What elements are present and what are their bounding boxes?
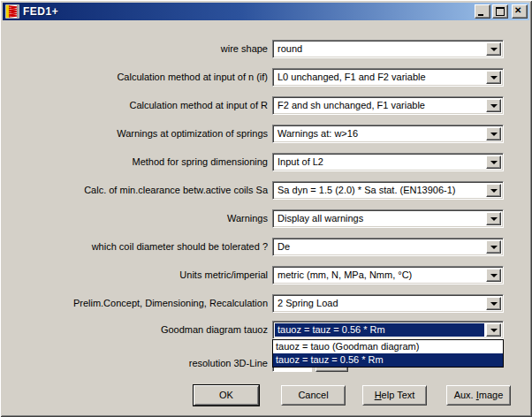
- warnings-combobox[interactable]: Display all warnings: [272, 209, 504, 228]
- spring-dimensioning-combobox[interactable]: Input of L2: [272, 153, 504, 171]
- calc-method-r-combobox[interactable]: F2 and sh unchanged, F1 variable: [272, 96, 504, 115]
- fed1-settings-dialog: FED1+ ✕ wire shape round Calculation met…: [0, 0, 532, 417]
- coil-diameter-combobox[interactable]: De: [272, 238, 504, 256]
- field-label: Warnings at optimization of springs: [18, 125, 268, 143]
- combobox-value: De: [275, 240, 484, 254]
- chevron-down-icon[interactable]: [486, 323, 501, 337]
- prelim-concept-combobox[interactable]: 2 Spring Load: [272, 294, 504, 313]
- chevron-down-icon[interactable]: [486, 42, 501, 56]
- field-label: Warnings: [18, 209, 268, 228]
- button-label: Cancel: [298, 390, 328, 400]
- chevron-down-icon[interactable]: [486, 99, 501, 112]
- combobox-value: Display all warnings: [275, 212, 484, 225]
- warnings-optimization-combobox[interactable]: Warnings at: w>16: [272, 125, 504, 143]
- titlebar[interactable]: FED1+ ✕: [3, 3, 529, 20]
- combobox-value: Input of L2: [275, 155, 484, 169]
- combobox-value: Warnings at: w>16: [275, 127, 484, 140]
- combobox-value: 2 Spring Load: [275, 297, 484, 310]
- field-label: Calculation method at input of n (if): [18, 68, 268, 87]
- dropdown-option[interactable]: tauoz = tauo (Goodman diagram): [273, 340, 503, 353]
- chevron-down-icon[interactable]: [486, 212, 501, 225]
- button-label: elp Text: [382, 390, 415, 400]
- chevron-down-icon[interactable]: [486, 184, 501, 197]
- field-label: Calculation method at input of R: [18, 96, 268, 115]
- chevron-down-icon[interactable]: [486, 240, 501, 254]
- field-label: Method for spring dimensioning: [18, 153, 268, 171]
- minimize-button[interactable]: [475, 4, 490, 19]
- chevron-down-icon[interactable]: [486, 269, 501, 282]
- maximize-button[interactable]: [492, 4, 508, 19]
- minimize-icon: [478, 14, 483, 16]
- field-label: Prelim.Concept, Dimensioning, Recalculat…: [18, 294, 268, 313]
- chevron-down-icon[interactable]: [486, 155, 501, 169]
- combobox-value: Sa dyn = 1.5 (2.0) * Sa stat. (EN13906-1…: [275, 184, 484, 197]
- button-label: Aux.: [454, 390, 476, 400]
- field-label: Units metric/imperial: [18, 266, 268, 284]
- cancel-button[interactable]: Cancel: [281, 385, 346, 406]
- min-clearance-combobox[interactable]: Sa dyn = 1.5 (2.0) * Sa stat. (EN13906-1…: [272, 181, 504, 200]
- button-label: OK: [219, 390, 233, 400]
- goodman-diagram-combobox[interactable]: tauoz = tauz = 0.56 * Rm: [272, 321, 504, 339]
- dropdown-option-selected[interactable]: tauoz = tauz = 0.56 * Rm: [273, 353, 503, 367]
- ok-button[interactable]: OK: [194, 385, 259, 406]
- close-button[interactable]: ✕: [512, 4, 528, 19]
- combobox-value: F2 and sh unchanged, F1 variable: [275, 99, 484, 112]
- field-label: wire shape: [18, 40, 268, 58]
- close-icon: ✕: [514, 6, 521, 15]
- chevron-down-icon[interactable]: [486, 297, 501, 310]
- field-label: which coil diameter should be tolerated …: [18, 238, 268, 256]
- combobox-selected-value: tauoz = tauz = 0.56 * Rm: [275, 323, 484, 337]
- wire-shape-combobox[interactable]: round: [272, 40, 504, 58]
- help-text-button[interactable]: Help Text: [362, 385, 427, 406]
- window-title: FED1+: [23, 5, 58, 18]
- calc-method-n-combobox[interactable]: L0 unchanged, F1 and F2 variable: [272, 68, 504, 87]
- goodman-dropdown-list: tauoz = tauo (Goodman diagram) tauoz = t…: [272, 339, 504, 368]
- field-label: resolution 3D-Line: [18, 354, 268, 373]
- field-label: Calc. of min.clearance betw.active coils…: [18, 181, 268, 200]
- chevron-down-icon[interactable]: [486, 127, 501, 140]
- aux-image-button[interactable]: Aux. Image: [446, 385, 511, 406]
- combobox-value: round: [275, 42, 484, 56]
- spring-coil-icon: [5, 4, 19, 19]
- combobox-value: L0 unchanged, F1 and F2 variable: [275, 71, 484, 84]
- button-accel: H: [375, 390, 382, 400]
- field-label: Goodman diagram tauoz: [18, 321, 268, 339]
- units-combobox[interactable]: metric (mm, N, MPa, Nmm, °C): [272, 266, 504, 284]
- maximize-icon: [496, 7, 505, 16]
- combobox-value: metric (mm, N, MPa, Nmm, °C): [275, 269, 484, 282]
- chevron-down-icon[interactable]: [486, 71, 501, 84]
- button-label: mage: [479, 390, 504, 400]
- titlebar-controls: ✕: [473, 4, 528, 19]
